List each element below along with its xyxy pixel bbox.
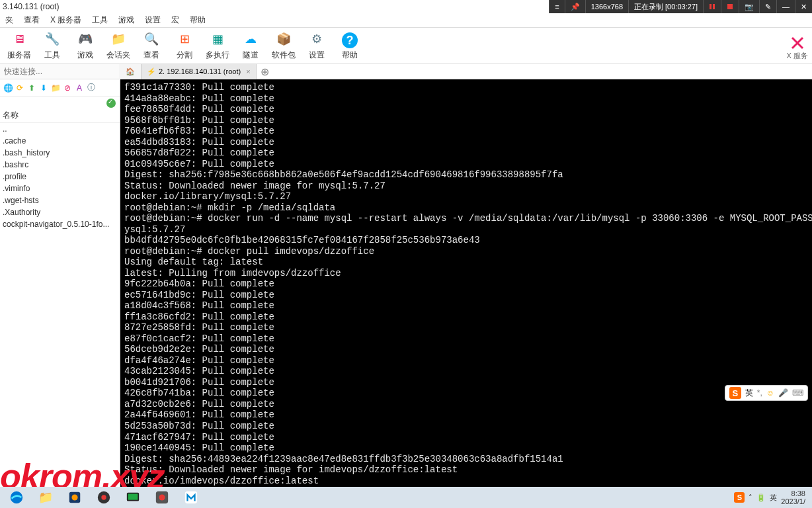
list-item[interactable]: .viminfo [0, 183, 120, 194]
svg-rect-0 [710, 4, 711, 9]
recording-status: 正在录制 [00:03:27] [628, 0, 703, 13]
tray-chevron-icon[interactable]: ˄ [749, 493, 752, 502]
screenshot-button[interactable]: 📷 [739, 0, 759, 13]
ime-voice-icon[interactable]: 🎤 [778, 388, 788, 398]
file-list: .. .cache .bash_history .bashrc .profile… [0, 123, 120, 488]
clock-date: 2023/1/ [781, 497, 805, 505]
clock-time: 8:38 [781, 489, 805, 497]
ime-emoji-icon[interactable]: ☺ [766, 388, 774, 398]
toolbar-view-button[interactable]: 🔍查看 [136, 30, 167, 61]
svg-point-5 [71, 494, 77, 500]
battery-icon[interactable]: 🔋 [756, 493, 766, 502]
tray-lang[interactable]: 英 [770, 493, 777, 503]
ime-punct-icon[interactable]: *, [757, 388, 762, 398]
search-tab-row: 🏠 ⚡ 2. 192.168.140.131 (root) × ⊕ [0, 64, 812, 79]
toolbar-sessions-button[interactable]: 📁会话夹 [103, 30, 134, 61]
toolbar-server-button[interactable]: 🖥服务器 [4, 30, 34, 61]
menu-bar: 夹 查看 X 服务器 工具 游戏 设置 宏 帮助 [0, 13, 812, 28]
sidebar-header: 名称 [0, 110, 120, 123]
edge-icon[interactable] [3, 487, 30, 507]
svg-rect-1 [713, 4, 715, 9]
toolbar-tools-button[interactable]: 🔧工具 [37, 30, 67, 61]
toolbar-settings-button[interactable]: ⚙设置 [302, 30, 332, 61]
close-button[interactable]: ✕ [795, 0, 812, 13]
title-right-controls: ≡ 📌 1366x768 正在录制 [00:03:27] 📷 ✎ — ✕ [549, 0, 812, 13]
list-item[interactable]: cockpit-navigator_0.5.10-1fo... [0, 218, 120, 230]
menu-item[interactable]: 帮助 [184, 15, 211, 26]
toolbar-tunnel-button[interactable]: ☁隧道 [235, 30, 266, 61]
upload-icon[interactable]: ⬆ [26, 83, 37, 93]
list-item[interactable]: .bash_history [0, 147, 120, 159]
terminal-icon: ⚡ [147, 67, 156, 76]
list-item[interactable]: .. [0, 123, 120, 135]
menu-item[interactable]: 工具 [87, 15, 113, 26]
toolbar-multiexec-button[interactable]: ▦多执行 [202, 30, 233, 61]
maxthon-icon[interactable] [177, 487, 205, 507]
toolbar-games-button[interactable]: 🎮游戏 [70, 30, 101, 61]
list-item[interactable]: .profile [0, 171, 120, 183]
stop-recording-button[interactable] [721, 0, 739, 13]
list-item[interactable]: .wget-hsts [0, 194, 120, 206]
toolbar-split-button[interactable]: ⊞分割 [169, 30, 200, 61]
system-tray: S ˄ 🔋 英 8:38 2023/1/ [734, 489, 809, 505]
connected-icon [106, 99, 116, 108]
sidebar-status [0, 97, 120, 110]
terminal-output[interactable]: f391c1a77330: Pull complete 414a8a88eabc… [120, 79, 812, 503]
menu-item[interactable]: 夹 [0, 15, 19, 26]
sogou-icon: S [729, 387, 741, 399]
title-pin-icon[interactable]: 📌 [565, 0, 585, 13]
list-item[interactable]: .cache [0, 135, 120, 147]
properties-icon[interactable]: ⓘ [86, 83, 97, 93]
mobaxterm-icon[interactable] [119, 487, 147, 507]
refresh-icon[interactable]: ⟳ [15, 83, 25, 93]
minimize-button[interactable]: — [776, 0, 795, 13]
screen-resolution: 1366x768 [585, 0, 628, 13]
title-menu-icon[interactable]: ≡ [549, 0, 564, 13]
window-title-bar: 3.140.131 (root) ≡ 📌 1366x768 正在录制 [00:0… [0, 0, 812, 13]
recorder-icon[interactable] [148, 487, 176, 507]
list-item[interactable]: .Xauthority [0, 206, 120, 218]
delete-icon[interactable]: ⊘ [62, 83, 73, 93]
ime-keyboard-icon[interactable]: ⌨ [792, 388, 803, 398]
svg-point-7 [101, 495, 106, 499]
ime-lang[interactable]: 英 [745, 388, 753, 399]
session-tab[interactable]: ⚡ 2. 192.168.140.131 (root) × [142, 64, 257, 79]
close-tab-icon[interactable]: × [246, 67, 250, 75]
windows-taskbar: 📁 S ˄ 🔋 英 8:38 2023/1/ [0, 487, 812, 508]
main-toolbar: 🖥服务器 🔧工具 🎮游戏 📁会话夹 🔍查看 ⊞分割 ▦多执行 ☁隧道 📦软件包 … [0, 28, 812, 64]
sftp-sidebar: 🌐 ⟳ ⬆ ⬇ 📁 ⊘ A ⓘ 名称 .. .cache .bash_histo… [0, 79, 120, 503]
sidebar-toolbar: 🌐 ⟳ ⬆ ⬇ 📁 ⊘ A ⓘ [0, 79, 120, 97]
x-server-indicator[interactable]: X 服务 [787, 35, 808, 61]
menu-item[interactable]: 游戏 [113, 15, 140, 26]
session-tabs: 🏠 ⚡ 2. 192.168.140.131 (root) × ⊕ [119, 64, 812, 79]
menu-item[interactable]: 宏 [166, 15, 184, 26]
tab-label: 2. 192.168.140.131 (root) [159, 67, 241, 75]
list-item[interactable]: .bashrc [0, 159, 120, 171]
explorer-icon[interactable]: 📁 [32, 487, 60, 507]
clock[interactable]: 8:38 2023/1/ [781, 489, 805, 505]
menu-item[interactable]: 设置 [140, 15, 166, 26]
sogou-tray-icon[interactable]: S [734, 492, 745, 503]
svg-point-11 [159, 494, 165, 500]
toolbar-packages-button[interactable]: 📦软件包 [268, 30, 299, 61]
new-folder-icon[interactable]: 📁 [50, 83, 61, 93]
app-icon[interactable] [90, 487, 118, 507]
rename-icon[interactable]: A [74, 83, 85, 93]
edit-button[interactable]: ✎ [759, 0, 776, 13]
download-icon[interactable]: ⬇ [38, 83, 49, 93]
folder-up-icon[interactable]: 🌐 [3, 83, 13, 93]
vbox-icon[interactable] [61, 487, 89, 507]
content-area: 🌐 ⟳ ⬆ ⬇ 📁 ⊘ A ⓘ 名称 .. .cache .bash_histo… [0, 79, 812, 503]
menu-item[interactable]: 查看 [19, 15, 45, 26]
toolbar-help-button[interactable]: ?帮助 [335, 32, 365, 61]
svg-rect-2 [727, 4, 733, 9]
svg-rect-9 [128, 494, 138, 500]
tab-overflow-icon[interactable]: ⊕ [257, 65, 273, 78]
ime-toolbar[interactable]: S 英 *, ☺ 🎤 ⌨ [725, 385, 808, 401]
quick-connect-input[interactable] [0, 64, 119, 79]
home-icon: 🏠 [126, 67, 135, 76]
home-tab[interactable]: 🏠 [119, 64, 142, 79]
window-title: 3.140.131 (root) [3, 2, 59, 11]
menu-item[interactable]: X 服务器 [45, 15, 87, 26]
pause-recording-button[interactable] [703, 0, 721, 13]
